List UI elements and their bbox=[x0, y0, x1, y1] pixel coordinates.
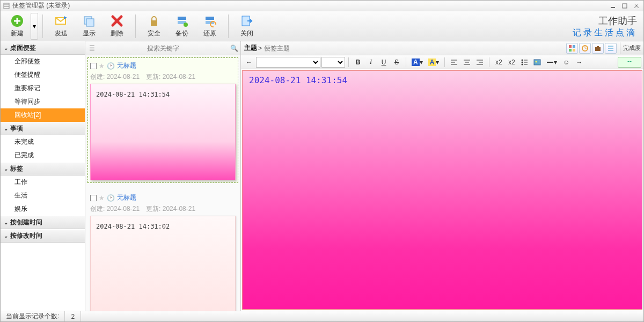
clock-icon: 🕑 bbox=[107, 62, 115, 70]
sidebar-section-事项[interactable]: ⌄事项 bbox=[1, 122, 85, 135]
sidebar-item[interactable]: 便签提醒 bbox=[1, 68, 85, 82]
status-count: 2 bbox=[65, 311, 81, 321]
grid-view-icon[interactable] bbox=[566, 43, 578, 54]
sidebar-item[interactable]: 全部便签 bbox=[1, 55, 85, 68]
note-dates: 创建: 2024-08-21更新: 2024-08-21 bbox=[90, 71, 236, 84]
topic-label: 主题 bbox=[241, 43, 258, 53]
sidebar-section-标签[interactable]: ⌄标签 bbox=[1, 162, 85, 175]
svg-point-47 bbox=[522, 63, 523, 65]
note-card[interactable]: ★🕑无标题创建: 2024-08-21更新: 2024-08-212024-08… bbox=[87, 57, 238, 183]
security-button[interactable]: 安全 bbox=[141, 13, 167, 40]
hr-button[interactable]: ▾ bbox=[544, 57, 559, 68]
brand-line2: 记录生活点滴 bbox=[573, 27, 637, 39]
font-select[interactable] bbox=[256, 57, 320, 68]
strike-button[interactable]: S bbox=[391, 57, 402, 68]
star-icon[interactable]: ★ bbox=[99, 62, 105, 70]
new-dropdown[interactable]: ▾ bbox=[31, 13, 38, 40]
new-icon bbox=[10, 14, 24, 28]
sidebar-item[interactable]: 娱乐 bbox=[1, 202, 85, 216]
close-label: 关闭 bbox=[240, 29, 253, 38]
clock-view-icon[interactable] bbox=[579, 43, 591, 54]
show-label: 显示 bbox=[83, 29, 96, 38]
new-button[interactable]: 新建 bbox=[5, 13, 30, 40]
titlebar: 便签管理器 (未登录) bbox=[1, 1, 643, 11]
send-button[interactable]: 发送 bbox=[48, 13, 74, 40]
subscript-button[interactable]: x2 bbox=[506, 57, 517, 68]
timestamp-text: 2024-08-21 14:31:54 bbox=[243, 71, 642, 90]
close-button[interactable]: 关闭 bbox=[234, 13, 260, 40]
emoji-button[interactable]: ☺ bbox=[560, 57, 572, 68]
send-icon bbox=[54, 14, 68, 28]
sidebar-item[interactable]: 重要标记 bbox=[1, 82, 85, 95]
toolbar-sep bbox=[42, 14, 43, 38]
minimize-button[interactable] bbox=[608, 2, 618, 10]
list-view-icon[interactable] bbox=[605, 43, 617, 54]
main-toolbar: 新建 ▾ 发送 显示 删除 安全 备份 还原 bbox=[1, 11, 643, 41]
superscript-button[interactable]: x2 bbox=[493, 57, 504, 68]
sidebar-item[interactable]: 工作 bbox=[1, 175, 85, 189]
backup-label: 备份 bbox=[175, 29, 188, 38]
delete-button[interactable]: 删除 bbox=[104, 13, 130, 40]
delete-icon bbox=[110, 14, 124, 28]
chevron-down-icon: ⌄ bbox=[4, 219, 8, 225]
checkbox-icon[interactable] bbox=[90, 195, 97, 201]
topic-input[interactable] bbox=[262, 45, 566, 52]
close-window-button[interactable] bbox=[632, 2, 641, 10]
svg-point-18 bbox=[184, 23, 188, 27]
sidebar: ⌄桌面便签全部便签便签提醒重要标记等待同步回收站[2]⌄事项未完成已完成⌄标签工… bbox=[1, 41, 85, 311]
font-color-button[interactable]: A▾ bbox=[409, 57, 425, 68]
bullet-list-button[interactable] bbox=[518, 57, 530, 68]
search-icon[interactable]: 🔍 bbox=[228, 45, 240, 52]
sidebar-item[interactable]: 回收站[2] bbox=[1, 108, 85, 122]
note-card[interactable]: ★🕑无标题创建: 2024-08-21更新: 2024-08-212024-08… bbox=[87, 189, 238, 311]
sidebar-item[interactable]: 等待同步 bbox=[1, 95, 85, 108]
back-button[interactable]: ← bbox=[243, 57, 255, 68]
clock-icon: 🕑 bbox=[107, 194, 115, 202]
toolbar-sep bbox=[135, 14, 136, 38]
align-right-button[interactable] bbox=[474, 57, 486, 68]
note-list-panel: ☰ 🔍 ★🕑无标题创建: 2024-08-21更新: 2024-08-21202… bbox=[85, 41, 241, 311]
checkbox-icon[interactable] bbox=[90, 63, 97, 69]
note-title[interactable]: 无标题 bbox=[117, 61, 136, 70]
editor-toolbar: ← B I U S A▾ A▾ x2 x2 ▾ bbox=[241, 55, 643, 69]
topic-bar: 主题 > 完成度 bbox=[241, 41, 643, 55]
search-input[interactable] bbox=[98, 45, 228, 52]
svg-point-50 bbox=[536, 61, 537, 62]
highlight-button[interactable]: A▾ bbox=[426, 57, 442, 68]
bold-button[interactable]: B bbox=[352, 57, 364, 68]
sidebar-section-桌面便签[interactable]: ⌄桌面便签 bbox=[1, 41, 85, 55]
note-title[interactable]: 无标题 bbox=[117, 193, 136, 202]
align-left-button[interactable] bbox=[448, 57, 460, 68]
forward-button[interactable]: → bbox=[573, 57, 585, 68]
sidebar-item[interactable]: 已完成 bbox=[1, 149, 85, 162]
lock-icon bbox=[147, 14, 161, 28]
note-meta: ★🕑无标题 bbox=[90, 60, 236, 71]
show-button[interactable]: 显示 bbox=[76, 13, 102, 40]
briefcase-icon[interactable] bbox=[592, 43, 604, 54]
sidebar-section-按修改时间[interactable]: ⌄按修改时间 bbox=[1, 229, 85, 243]
svg-rect-22 bbox=[569, 45, 572, 48]
star-icon[interactable]: ★ bbox=[99, 194, 105, 202]
image-button[interactable] bbox=[531, 57, 543, 68]
align-center-button[interactable] bbox=[461, 57, 473, 68]
maximize-button[interactable] bbox=[620, 2, 630, 10]
sidebar-item[interactable]: 生活 bbox=[1, 189, 85, 202]
restore-button[interactable]: 还原 bbox=[197, 13, 223, 40]
brand-line1: 工作助手 bbox=[573, 14, 637, 27]
list-menu-icon[interactable]: ☰ bbox=[85, 45, 98, 52]
app-icon bbox=[3, 2, 10, 10]
sidebar-section-按创建时间[interactable]: ⌄按创建时间 bbox=[1, 216, 85, 229]
editor-canvas[interactable]: 2024-08-21 14:31:54 bbox=[242, 70, 642, 310]
underline-button[interactable]: U bbox=[378, 57, 390, 68]
italic-button[interactable]: I bbox=[365, 57, 377, 68]
security-label: 安全 bbox=[148, 29, 160, 38]
note-list: ★🕑无标题创建: 2024-08-21更新: 2024-08-212024-08… bbox=[85, 55, 240, 311]
svg-rect-15 bbox=[151, 20, 157, 26]
svg-rect-25 bbox=[573, 49, 575, 52]
svg-rect-0 bbox=[4, 3, 9, 9]
size-select[interactable] bbox=[321, 57, 345, 68]
sidebar-item[interactable]: 未完成 bbox=[1, 135, 85, 149]
backup-button[interactable]: 备份 bbox=[169, 13, 195, 40]
svg-rect-30 bbox=[597, 46, 599, 47]
chevron-down-icon: ⌄ bbox=[4, 126, 8, 131]
